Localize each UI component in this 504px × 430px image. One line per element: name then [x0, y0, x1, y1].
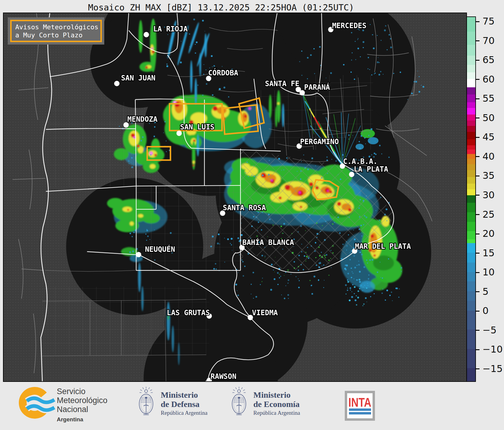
colorbar-tick-label: 70	[482, 35, 495, 46]
colorbar-tick-label: 60	[482, 74, 495, 85]
colorbar-tick-mark	[475, 156, 480, 157]
city-dot	[114, 81, 120, 86]
city-label: LA RIOJA	[153, 25, 188, 33]
city-label: LA PLATA	[354, 165, 388, 173]
smn-logo-icon	[17, 385, 57, 422]
defensa-line1: Ministerio	[161, 390, 207, 399]
city-label: PERGAMINO	[300, 138, 339, 146]
colorbar-tick-mark	[475, 60, 480, 61]
economia-wordmark: Ministerio de Economía República Argenti…	[253, 390, 300, 416]
dbz-colorbar-ticks: 757065605550454035302520151050−5−10−15	[475, 16, 504, 382]
colorbar-tick-mark	[475, 368, 480, 369]
colorbar-tick-mark	[475, 137, 480, 138]
defensa-line3: República Argentina	[161, 410, 207, 416]
colorbar-tick-mark	[475, 291, 480, 292]
colorbar-tick-label: 10	[482, 267, 495, 277]
colorbar-tick-label: 55	[482, 93, 495, 104]
colorbar-tick-label: 50	[482, 112, 495, 123]
defensa-wordmark: Ministerio de Defensa República Argentin…	[161, 390, 207, 416]
city-dot	[136, 252, 141, 257]
radar-map-canvas: LA RIOJAMERCEDESSAN JUANCÓRDOBASANTA FEP…	[4, 13, 466, 381]
colorbar-tick-label: 20	[482, 228, 495, 239]
colorbar-tick-label: −15	[482, 363, 503, 374]
city-label: PARANÁ	[304, 83, 330, 92]
colorbar-tick-mark	[475, 176, 480, 176]
colorbar-tick-label: 35	[482, 170, 495, 181]
city-label: BAHÍA BLANCA	[242, 238, 294, 247]
city-marker-rawson: RAWSON	[206, 372, 236, 381]
city-label: LAS GRUTAS	[167, 309, 210, 317]
city-label: RAWSON	[211, 372, 236, 381]
colorbar-tick-label: 0	[482, 305, 488, 316]
colorbar-tick-label: 65	[482, 54, 495, 65]
colorbar-tick-mark	[475, 79, 480, 80]
city-label: SANTA FE	[265, 80, 299, 88]
colorbar-tick-label: 30	[482, 190, 495, 200]
inta-bar-2	[349, 412, 371, 414]
footer: Servicio Meteorológico Nacional Argentin…	[0, 382, 504, 430]
city-label: MENDOZA	[127, 115, 157, 123]
city-label: C.A.B.A.	[343, 157, 377, 166]
colorbar-tick-label: −5	[482, 325, 497, 336]
radar-map: LA RIOJAMERCEDESSAN JUANCÓRDOBASANTA FEP…	[3, 13, 467, 382]
radar-mosaic-screen: Mosaico ZH MAX [dBZ] 13.12.2025 22:25HOA…	[0, 0, 504, 430]
colorbar-tick-label: 40	[482, 151, 495, 162]
inta-logo: INTA	[345, 391, 375, 421]
city-label: CÓRDOBA	[208, 68, 238, 77]
colorbar-tick-mark	[475, 195, 480, 196]
warning-legend-line2: a Muy Corto Plazo	[15, 31, 100, 39]
economia-coat-of-arms-icon	[228, 385, 250, 419]
smn-line3: Nacional	[57, 405, 108, 414]
colorbar-tick-label: 15	[482, 248, 495, 258]
colorbar-tick-mark	[475, 98, 480, 99]
city-label: MERCEDES	[332, 22, 366, 30]
smn-line2: Meteorológico	[57, 396, 108, 405]
city-label: MAR DEL PLATA	[355, 242, 411, 251]
warning-legend-border: Avisos Meteorológicos a Muy Corto Plazo	[10, 20, 102, 42]
colorbar-tick-label: 75	[482, 16, 495, 27]
city-label: NEUQUÉN	[145, 245, 175, 254]
page-title: Mosaico ZH MAX [dBZ] 13.12.2025 22:25HOA…	[0, 2, 442, 13]
smn-wordmark: Servicio Meteorológico Nacional Argentin…	[57, 387, 108, 424]
colorbar-tick-mark	[475, 330, 480, 331]
dbz-colorbar	[466, 16, 476, 382]
city-dot	[144, 32, 149, 37]
city-label: SAN LUIS	[180, 123, 215, 131]
colorbar-tick-mark	[475, 21, 480, 22]
warning-legend-box: Avisos Meteorológicos a Muy Corto Plazo	[8, 17, 104, 45]
economia-line2: de Economía	[253, 399, 300, 409]
defensa-coat-of-arms-icon	[135, 385, 157, 419]
colorbar-tick-label: 5	[482, 286, 488, 297]
defensa-line2: de Defensa	[161, 399, 207, 409]
colorbar-tick-mark	[475, 214, 480, 215]
economia-line3: República Argentina	[253, 410, 300, 416]
city-label: SAN JUAN	[121, 74, 155, 82]
colorbar-tick-mark	[475, 40, 480, 41]
colorbar-tick-mark	[475, 118, 480, 118]
colorbar-tick-label: −10	[482, 344, 503, 355]
inta-wordmark: INTA	[348, 396, 371, 409]
colorbar-tick-mark	[475, 311, 480, 312]
colorbar-tick-mark	[475, 272, 480, 273]
warning-legend-line1: Avisos Meteorológicos	[15, 23, 100, 31]
colorbar-tick-mark	[475, 349, 480, 350]
colorbar-tick-label: 25	[482, 209, 495, 220]
colorbar-tick-mark	[475, 253, 480, 254]
city-label: VIEDMA	[252, 309, 278, 317]
colorbar-tick-mark	[475, 234, 480, 234]
colorbar-tick-label: 45	[482, 132, 495, 142]
smn-line4: Argentina	[57, 415, 108, 424]
economia-line1: Ministerio	[253, 390, 300, 399]
smn-line1: Servicio	[57, 387, 108, 396]
city-label: SANTA ROSA	[223, 204, 266, 212]
city-dot	[177, 131, 182, 136]
